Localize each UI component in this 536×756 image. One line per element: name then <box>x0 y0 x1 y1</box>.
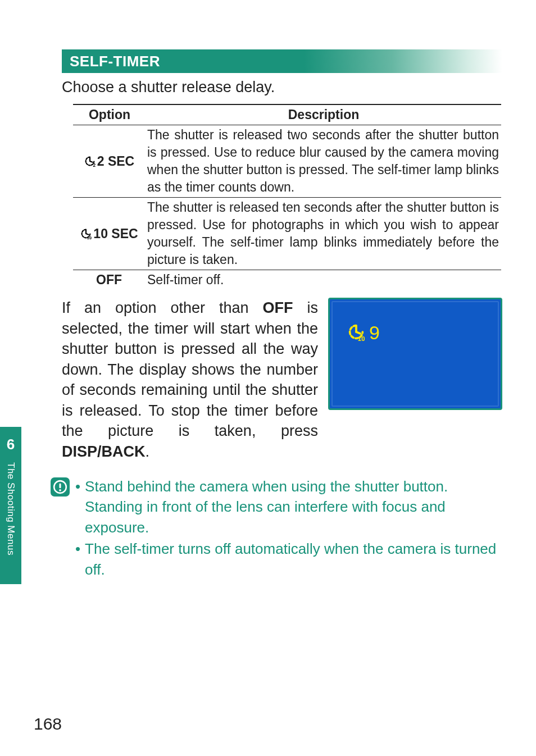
under-text-mid: is selected, the timer will start when t… <box>62 299 318 439</box>
svg-point-5 <box>59 489 61 491</box>
section-header: SELF-TIMER <box>62 49 502 73</box>
warning-item: • The self-timer turns off automatically… <box>75 539 502 580</box>
option-cell: 10 10 SEC <box>73 198 146 270</box>
warning-block: • Stand behind the camera when using the… <box>51 476 502 581</box>
timer-2-icon: 2 <box>84 154 96 167</box>
intro-text: Choose a shutter release delay. <box>62 79 502 96</box>
side-tab: 6 The Shooting Menus <box>0 427 21 584</box>
svg-text:2: 2 <box>93 163 96 167</box>
bullet-icon: • <box>75 476 80 538</box>
table-row: 2 2 SEC The shutter is released two seco… <box>73 125 501 198</box>
option-cell: OFF <box>73 270 146 290</box>
option-description: The shutter is released two seconds afte… <box>146 125 501 198</box>
option-cell: 2 2 SEC <box>73 125 146 198</box>
bullet-icon: • <box>75 539 80 580</box>
timer-10-icon: 10 <box>347 322 366 344</box>
side-tab-label: The Shooting Menus <box>5 462 16 555</box>
svg-rect-4 <box>59 483 61 488</box>
option-description: Self-timer off. <box>146 270 501 290</box>
option-description: The shutter is released ten seconds afte… <box>146 198 501 270</box>
table-header-description: Description <box>146 104 501 125</box>
viewfinder-preview: 10 9 <box>328 298 502 410</box>
table-row: 10 10 SEC The shutter is released ten se… <box>73 198 501 270</box>
viewfinder-countdown: 9 <box>369 322 380 344</box>
under-text-bold-off: OFF <box>263 299 293 316</box>
option-label: OFF <box>96 272 122 287</box>
under-paragraph: If an option other than OFF is selected,… <box>62 298 318 462</box>
warning-item: • Stand behind the camera when using the… <box>75 476 502 538</box>
svg-text:10: 10 <box>358 335 365 341</box>
options-table: Option Description 2 2 SEC The shutt <box>73 104 501 290</box>
under-text-bold-dispback: DISP/BACK <box>62 443 146 460</box>
under-text-post: . <box>146 443 150 460</box>
option-label: 2 SEC <box>97 154 134 168</box>
viewfinder-inner-border <box>331 301 499 407</box>
timer-10-icon: 10 <box>80 227 92 239</box>
warning-text: The self-timer turns off automatically w… <box>85 539 502 580</box>
under-text-pre: If an option other than <box>62 299 263 316</box>
table-row: OFF Self-timer off. <box>73 270 501 290</box>
viewfinder-content: 10 9 <box>347 322 380 344</box>
warning-text: Stand behind the camera when using the s… <box>85 476 502 538</box>
side-tab-number: 6 <box>7 436 15 453</box>
svg-text:10: 10 <box>87 235 92 240</box>
warning-list: • Stand behind the camera when using the… <box>75 476 502 581</box>
option-label: 10 SEC <box>93 226 138 241</box>
section-title: SELF-TIMER <box>70 53 160 70</box>
page-number: 168 <box>34 714 62 734</box>
table-header-option: Option <box>73 104 146 125</box>
warning-icon <box>51 477 70 497</box>
